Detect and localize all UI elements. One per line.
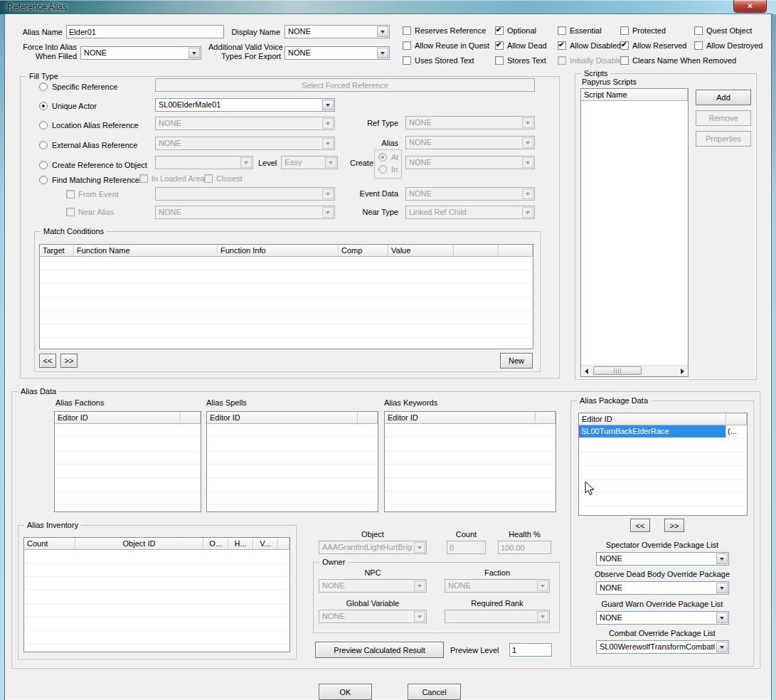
- filltype-radio-unique-actor[interactable]: Unique Actor: [39, 101, 97, 111]
- level-label: Level: [258, 159, 277, 168]
- match-conditions-rows[interactable]: [40, 257, 533, 349]
- flag-essential[interactable]: Essential: [558, 26, 602, 36]
- alias-package-rows[interactable]: [579, 425, 747, 515]
- flag-allow-reserved[interactable]: Allow Reserved: [620, 41, 686, 51]
- flag-allow-disabled[interactable]: Allow Disabled: [558, 41, 621, 51]
- dropdown-arrow-icon[interactable]: [716, 612, 728, 623]
- add-script-button[interactable]: Add: [696, 90, 751, 105]
- scripts-list-rows[interactable]: [581, 101, 688, 366]
- column-header-editor-id[interactable]: Editor ID: [55, 412, 181, 424]
- guard-warn-combo[interactable]: NONE: [596, 611, 729, 625]
- column-header-v[interactable]: V...: [253, 538, 278, 550]
- column-header-function-info[interactable]: Function Info: [218, 245, 339, 257]
- dropdown-arrow-icon[interactable]: [377, 26, 388, 37]
- package-editor-id[interactable]: SL00TurnBackElderRace: [579, 425, 726, 438]
- voice-types-combo[interactable]: NONE: [285, 46, 390, 60]
- filltype-radio-specific-reference[interactable]: Specific Reference: [39, 82, 117, 92]
- alias-factions-list[interactable]: Editor ID: [54, 411, 201, 512]
- filltype-radio-external-alias[interactable]: External Alias Reference: [39, 140, 137, 150]
- package-prev-button[interactable]: <<: [630, 519, 650, 532]
- column-header-object-id[interactable]: Object ID: [75, 538, 203, 550]
- alias-keywords-rows[interactable]: [385, 424, 556, 511]
- conditions-next-button[interactable]: >>: [60, 354, 78, 368]
- column-header-comp[interactable]: Comp: [339, 245, 388, 257]
- alias-inventory-list[interactable]: Count Object ID O... H... V...: [23, 537, 290, 652]
- column-header-blank[interactable]: [499, 245, 533, 257]
- filltype-radio-create-reference[interactable]: Create Reference to Object: [39, 160, 147, 170]
- column-header-extra[interactable]: [278, 538, 289, 550]
- cancel-button[interactable]: Cancel: [408, 684, 461, 700]
- filltype-radio-find-matching[interactable]: Find Matching Reference: [39, 175, 139, 185]
- alias-factions-rows[interactable]: [55, 424, 201, 511]
- window-title: Reference Alias: [7, 2, 67, 12]
- flag-quest-object[interactable]: Quest Object: [694, 26, 752, 36]
- alias-inventory-rows[interactable]: [24, 550, 289, 652]
- package-row-selected[interactable]: SL00TurnBackElderRace (...: [579, 425, 747, 438]
- unique-actor-combo[interactable]: SL00ElderMale01: [155, 98, 335, 112]
- alias-package-list[interactable]: Editor ID SL00TurnBackElderRace (...: [578, 413, 748, 516]
- display-name-combo[interactable]: NONE: [285, 25, 390, 38]
- column-header-extra[interactable]: [358, 412, 378, 424]
- ref-type-label: Ref Type: [356, 119, 398, 128]
- scroll-right-arrow-icon[interactable]: [681, 368, 684, 374]
- conditions-prev-button[interactable]: <<: [39, 354, 56, 368]
- combat-override-combo[interactable]: SL00WerewolfTransformCombatOv: [596, 640, 729, 654]
- package-next-button[interactable]: >>: [664, 519, 684, 532]
- alias-name-input[interactable]: [66, 25, 224, 38]
- column-header-function-name[interactable]: Function Name: [74, 245, 218, 257]
- dropdown-arrow-icon[interactable]: [716, 642, 728, 652]
- filltype-radio-location-alias[interactable]: Location Alias Reference: [39, 120, 139, 130]
- preview-calculated-result-button[interactable]: Preview Calculated Result: [315, 642, 444, 658]
- column-header-script-name[interactable]: Script Name: [581, 89, 688, 101]
- column-header-extra[interactable]: [536, 412, 556, 424]
- radio-label: Unique Actor: [52, 102, 97, 110]
- titlebar[interactable]: Reference Alias ✕: [0, 0, 776, 14]
- scroll-thumb[interactable]: [593, 366, 642, 375]
- alias-spells-list[interactable]: Editor ID: [206, 411, 378, 512]
- force-into-alias-combo[interactable]: NONE: [80, 46, 201, 60]
- scripts-list[interactable]: Script Name: [580, 88, 689, 377]
- alias-spells-rows[interactable]: [207, 424, 378, 511]
- flag-stores-text[interactable]: Stores Text: [495, 55, 546, 65]
- column-header-o[interactable]: O...: [203, 538, 228, 550]
- column-header-count[interactable]: Count: [24, 538, 75, 550]
- dropdown-arrow-icon: [322, 118, 334, 129]
- flag-label: Protected: [632, 26, 666, 35]
- column-header-h[interactable]: H...: [228, 538, 253, 550]
- flag-reserves-reference[interactable]: Reserves Reference: [403, 26, 486, 36]
- alias-keywords-header: Editor ID: [385, 412, 556, 424]
- flag-optional[interactable]: Optional: [495, 26, 536, 36]
- scroll-left-arrow-icon[interactable]: [585, 368, 588, 374]
- flag-allow-reuse-in-quest[interactable]: Allow Reuse in Quest: [403, 41, 489, 51]
- column-header-target[interactable]: Target: [40, 245, 74, 257]
- column-header-editor-id[interactable]: Editor ID: [207, 412, 358, 424]
- ok-button[interactable]: OK: [319, 684, 372, 700]
- dropdown-arrow-icon[interactable]: [188, 48, 200, 58]
- alias-keywords-list[interactable]: Editor ID: [384, 411, 556, 512]
- column-header-extra[interactable]: [181, 412, 201, 424]
- flag-clears-name-when-removed[interactable]: Clears Name When Removed: [620, 55, 736, 65]
- dropdown-arrow-icon[interactable]: [716, 583, 728, 593]
- flag-allow-dead[interactable]: Allow Dead: [495, 41, 547, 51]
- flag-uses-stored-text[interactable]: Uses Stored Text: [403, 55, 474, 65]
- match-conditions-list[interactable]: Target Function Name Function Info Comp …: [39, 244, 533, 349]
- column-header-value[interactable]: Value: [388, 245, 454, 257]
- dropdown-arrow-icon[interactable]: [716, 553, 728, 564]
- column-header-blank[interactable]: [454, 245, 499, 257]
- radio-icon: [39, 161, 48, 169]
- spectator-override-combo[interactable]: NONE: [596, 552, 729, 566]
- scripts-hscrollbar[interactable]: [581, 365, 688, 376]
- column-header-editor-id[interactable]: Editor ID: [579, 413, 726, 425]
- preview-level-field[interactable]: [509, 643, 552, 657]
- flag-allow-destroyed[interactable]: Allow Destroyed: [694, 41, 762, 51]
- flag-protected[interactable]: Protected: [620, 26, 666, 36]
- column-header-editor-id[interactable]: Editor ID: [385, 412, 536, 424]
- new-condition-button[interactable]: New: [500, 353, 533, 368]
- close-button[interactable]: ✕: [733, 0, 767, 13]
- dropdown-arrow-icon[interactable]: [322, 100, 334, 110]
- column-header-extra[interactable]: [726, 413, 747, 425]
- checkbox-icon: [694, 41, 703, 50]
- package-extra-cell[interactable]: (...: [726, 425, 738, 438]
- observe-dead-body-combo[interactable]: NONE: [596, 581, 729, 595]
- dropdown-arrow-icon[interactable]: [377, 48, 388, 58]
